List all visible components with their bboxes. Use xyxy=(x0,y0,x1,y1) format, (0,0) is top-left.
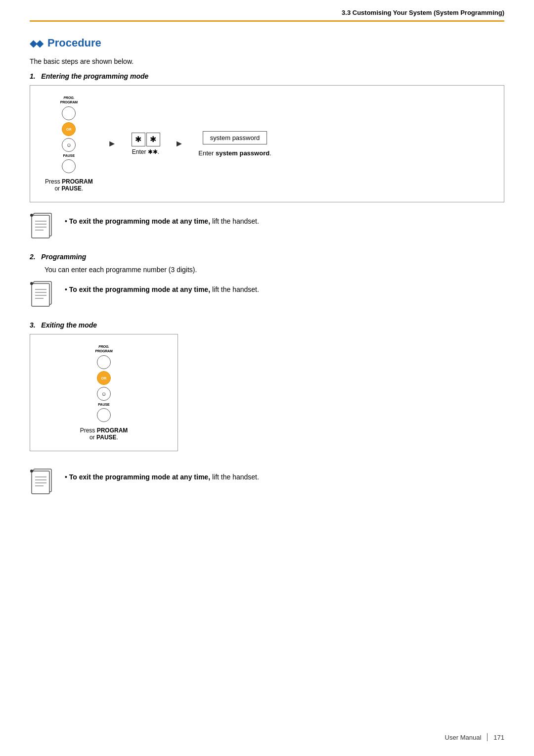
step1-label: 1. Entering the programming mode xyxy=(30,72,504,80)
svg-point-13 xyxy=(30,282,33,285)
step1-section: 1. Entering the programming mode PROG. P… xyxy=(30,72,504,243)
step1-diagram-box: PROG. PROGRAM OR ☺ PAUSE Press PROGRAMor… xyxy=(30,85,504,202)
sys-pwd-box: system password xyxy=(203,131,267,144)
step3-phone-buttons: PROG. PROGRAM OR ☺ PAUSE Press PROGRAMor… xyxy=(45,344,163,441)
page-footer: User Manual 171 xyxy=(445,733,504,741)
sys-pwd-section: system password Enter system password. xyxy=(198,131,271,157)
svg-rect-1 xyxy=(32,215,49,238)
pause-btn-circle xyxy=(62,159,76,173)
footer-divider xyxy=(487,733,488,741)
prog-label: PROG. PROGRAM xyxy=(60,95,78,104)
step2-desc: You can enter each programme number (3 d… xyxy=(44,266,504,274)
press-text-step1: Press PROGRAMor PAUSE. xyxy=(45,178,93,192)
program-btn-circle xyxy=(62,106,76,120)
or-btn-circle: OR xyxy=(62,122,76,136)
step2-number: 2. xyxy=(30,253,36,261)
enter-sys-pwd-label: Enter system password. xyxy=(198,149,271,157)
step2-title: Programming xyxy=(41,253,86,261)
step2-note-bold: To exit the programming mode at any time… xyxy=(69,285,210,293)
step2-note-text: • To exit the programming mode at any ti… xyxy=(65,281,259,293)
step3-note-text: • To exit the programming mode at any ti… xyxy=(65,468,259,481)
step1-number: 1. xyxy=(30,72,36,80)
arrow1: ► xyxy=(108,139,117,149)
header-title: 3.3 Customising Your System (System Prog… xyxy=(342,9,504,16)
step3-program-btn xyxy=(97,355,111,369)
footer-label: User Manual xyxy=(445,734,482,741)
enter-star-label: Enter ✱✱. xyxy=(132,148,159,155)
step1-note-text: • To exit the programming mode at any ti… xyxy=(65,212,259,225)
step3-pause-label: PAUSE xyxy=(98,403,110,406)
note-icon-2 xyxy=(30,281,57,311)
diamond-icons: ◆◆ xyxy=(30,37,43,49)
step3-number: 3. xyxy=(30,321,36,329)
star-section: ✱ ✱ Enter ✱✱. xyxy=(132,133,160,155)
step3-note-row: • To exit the programming mode at any ti… xyxy=(30,468,504,499)
step3-smile-btn: ☺ xyxy=(97,387,111,401)
note-icon-1 xyxy=(30,212,57,243)
intro-text: The basic steps are shown below. xyxy=(30,57,504,65)
note-icon-3 xyxy=(30,468,57,499)
step1-note-bold: To exit the programming mode at any time… xyxy=(69,217,210,225)
svg-rect-15 xyxy=(32,471,49,494)
step3-pause-btn xyxy=(97,408,111,422)
step2-note-row: • To exit the programming mode at any ti… xyxy=(30,281,504,311)
step1-diagram-content: PROG. PROGRAM OR ☺ PAUSE Press PROGRAMor… xyxy=(45,95,489,192)
step1-note-row: • To exit the programming mode at any ti… xyxy=(30,212,504,243)
star-box-2: ✱ xyxy=(146,133,160,146)
page-header: 3.3 Customising Your System (System Prog… xyxy=(30,0,504,22)
svg-point-6 xyxy=(30,214,33,217)
step3-diagram-box: PROG. PROGRAM OR ☺ PAUSE Press PROGRAMor… xyxy=(30,334,178,451)
step3-title: Exiting the mode xyxy=(41,321,97,329)
star-keys: ✱ ✱ xyxy=(132,133,160,146)
arrow2: ► xyxy=(175,139,184,149)
press-text-step3: Press PROGRAMor PAUSE. xyxy=(80,427,128,441)
procedure-title: Procedure xyxy=(47,37,101,49)
svg-rect-8 xyxy=(32,284,49,306)
step1-phone-buttons: PROG. PROGRAM OR ☺ PAUSE Press PROGRAMor… xyxy=(45,95,93,192)
pause-label: PAUSE xyxy=(63,154,75,157)
step3-note-bold: To exit the programming mode at any time… xyxy=(69,473,210,481)
step3-prog-label: PROG. PROGRAM xyxy=(95,344,112,353)
step2-label: 2. Programming xyxy=(30,253,504,261)
svg-point-20 xyxy=(30,470,33,472)
step3-label: 3. Exiting the mode xyxy=(30,321,504,329)
step3-or-btn: OR xyxy=(97,371,111,385)
step3-section: 3. Exiting the mode PROG. PROGRAM OR ☺ P… xyxy=(30,321,504,499)
smile-btn-circle: ☺ xyxy=(62,138,76,152)
step1-title: Entering the programming mode xyxy=(41,72,148,80)
procedure-heading: ◆◆ Procedure xyxy=(30,37,504,49)
footer-page-number: 171 xyxy=(493,734,504,741)
star-box-1: ✱ xyxy=(132,133,145,146)
step2-section: 2. Programming You can enter each progra… xyxy=(30,253,504,311)
